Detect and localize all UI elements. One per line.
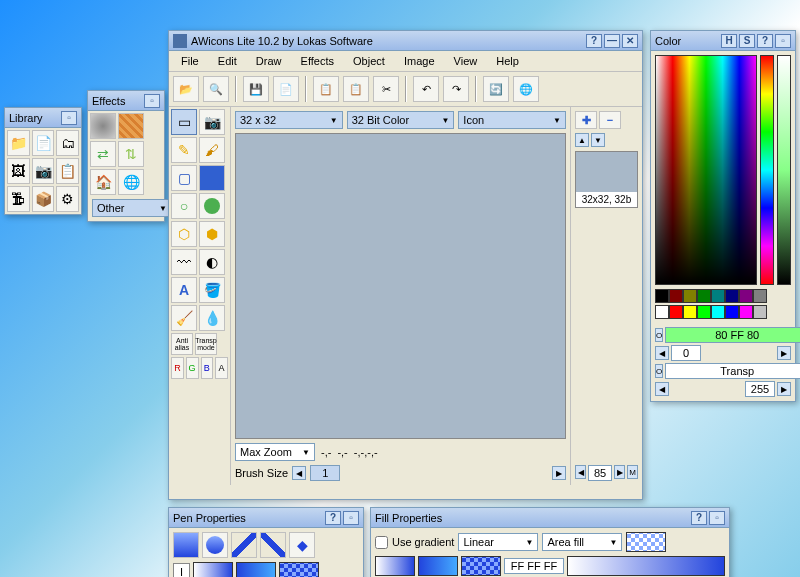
lib-item-5[interactable]: 📷 [32, 158, 55, 184]
color-btn-s[interactable]: S [739, 34, 755, 48]
tool-curve[interactable]: 〰 [171, 249, 197, 275]
lightness-slider[interactable] [777, 55, 791, 285]
channel-a[interactable]: A [215, 357, 228, 379]
zoom-dropdown[interactable]: Max Zoom▼ [235, 443, 315, 461]
tool-hex-fill[interactable]: ⬢ [199, 221, 225, 247]
lib-item-2[interactable]: 📄 [32, 130, 55, 156]
effects-collapse-icon[interactable]: ▫ [144, 94, 160, 108]
fill-grad-4[interactable] [567, 556, 725, 576]
color-collapse-icon[interactable]: ▫ [775, 34, 791, 48]
transp-input[interactable] [665, 363, 800, 379]
sw-olive[interactable] [683, 289, 697, 303]
sw-white[interactable] [655, 305, 669, 319]
channel-g[interactable]: G [186, 357, 199, 379]
hscroll-value[interactable] [588, 465, 612, 481]
fill-grad-3[interactable] [461, 556, 501, 576]
fill-hex-input[interactable] [504, 558, 564, 574]
channel-b[interactable]: B [201, 357, 214, 379]
tool-brush[interactable]: 🖌 [199, 137, 225, 163]
sw-yellow[interactable] [683, 305, 697, 319]
brush-dec[interactable]: ◀ [292, 466, 306, 480]
sw-cyan[interactable] [711, 305, 725, 319]
color-scroll-left[interactable]: ◀ [655, 346, 669, 360]
color-pin-icon[interactable]: ? [757, 34, 773, 48]
alpha-val255[interactable] [745, 381, 775, 397]
menu-help[interactable]: Help [488, 53, 527, 69]
refresh-button[interactable]: 🔄 [483, 76, 509, 102]
tool-eyedropper[interactable]: 💧 [199, 305, 225, 331]
sw-purple[interactable] [739, 289, 753, 303]
format-up[interactable]: ▲ [575, 133, 589, 147]
copy-button[interactable]: 📋 [313, 76, 339, 102]
antialias-toggle[interactable]: Anti alias [171, 333, 193, 355]
fill-grad-2[interactable] [418, 556, 458, 576]
sw-silver[interactable] [753, 305, 767, 319]
color-btn-h[interactable]: H [721, 34, 737, 48]
alpha-scroll-right[interactable]: ▶ [777, 382, 791, 396]
menu-effects[interactable]: Effects [293, 53, 342, 69]
transp-o-button[interactable]: O [655, 364, 663, 378]
help-button[interactable]: ? [586, 34, 602, 48]
format-preview[interactable]: 32x32, 32b [575, 151, 638, 208]
channel-r[interactable]: R [171, 357, 184, 379]
sw-green[interactable] [697, 289, 711, 303]
fx-globe[interactable]: 🌐 [118, 169, 144, 195]
lib-item-8[interactable]: 📦 [32, 186, 55, 212]
undo-button[interactable]: ↶ [413, 76, 439, 102]
tool-pencil[interactable]: ✎ [171, 137, 197, 163]
tool-eraser[interactable]: 🧹 [171, 305, 197, 331]
fx-arrow-up[interactable]: ⇅ [118, 141, 144, 167]
lib-item-9[interactable]: ⚙ [56, 186, 79, 212]
color-field[interactable] [655, 55, 757, 285]
lib-item-6[interactable]: 📋 [56, 158, 79, 184]
pen-grad-2[interactable] [236, 562, 276, 577]
fill-pin-icon[interactable]: ? [691, 511, 707, 525]
sw-maroon[interactable] [669, 289, 683, 303]
menu-image[interactable]: Image [396, 53, 443, 69]
hue-slider[interactable] [760, 55, 774, 285]
pen-shape-diamond[interactable]: ◆ [289, 532, 315, 558]
tool-circle-outline[interactable]: ○ [171, 193, 197, 219]
tool-camera[interactable]: 📷 [199, 109, 225, 135]
transmode-toggle[interactable]: Transp mode [195, 333, 217, 355]
fill-grad-1[interactable] [375, 556, 415, 576]
pen-pin-icon[interactable]: ? [325, 511, 341, 525]
drawing-canvas[interactable] [235, 133, 566, 439]
pen-shape-circle[interactable] [202, 532, 228, 558]
lib-item-4[interactable]: 🖼 [7, 158, 30, 184]
pen-grad-1[interactable] [193, 562, 233, 577]
pen-collapse-icon[interactable]: ▫ [343, 511, 359, 525]
fx-home[interactable]: 🏠 [90, 169, 116, 195]
depth-dropdown[interactable]: 32 Bit Color▼ [347, 111, 455, 129]
doc-button[interactable]: 📄 [273, 76, 299, 102]
sw-lime[interactable] [697, 305, 711, 319]
menu-draw[interactable]: Draw [248, 53, 290, 69]
cut-button[interactable]: ✂ [373, 76, 399, 102]
hscroll-left[interactable]: ◀ [575, 465, 586, 479]
tool-rect-outline[interactable]: ▢ [171, 165, 197, 191]
menu-view[interactable]: View [446, 53, 486, 69]
fx-arrow-right[interactable]: ⇄ [90, 141, 116, 167]
menu-file[interactable]: File [173, 53, 207, 69]
size-dropdown[interactable]: 32 x 32▼ [235, 111, 343, 129]
alpha-scroll-left[interactable]: ◀ [655, 382, 669, 396]
color-hex-input[interactable] [665, 327, 800, 343]
color-o-button[interactable]: O [655, 328, 663, 342]
type-dropdown[interactable]: Icon▼ [458, 111, 566, 129]
tool-circle-fill[interactable] [199, 193, 225, 219]
redo-button[interactable]: ↷ [443, 76, 469, 102]
menu-object[interactable]: Object [345, 53, 393, 69]
close-button[interactable]: ✕ [622, 34, 638, 48]
brush-size-input[interactable] [310, 465, 340, 481]
color-val0[interactable] [671, 345, 701, 361]
fx-pattern[interactable] [118, 113, 144, 139]
lib-item-7[interactable]: 🗜 [7, 186, 30, 212]
save-button[interactable]: 💾 [243, 76, 269, 102]
tool-rect-fill[interactable] [199, 165, 225, 191]
library-collapse-icon[interactable]: ▫ [61, 111, 77, 125]
use-gradient-checkbox[interactable] [375, 536, 388, 549]
zoom-button[interactable]: 🔍 [203, 76, 229, 102]
tool-fill[interactable]: 🪣 [199, 277, 225, 303]
remove-format-button[interactable]: − [599, 111, 621, 129]
lib-item-3[interactable]: 🗂 [56, 130, 79, 156]
